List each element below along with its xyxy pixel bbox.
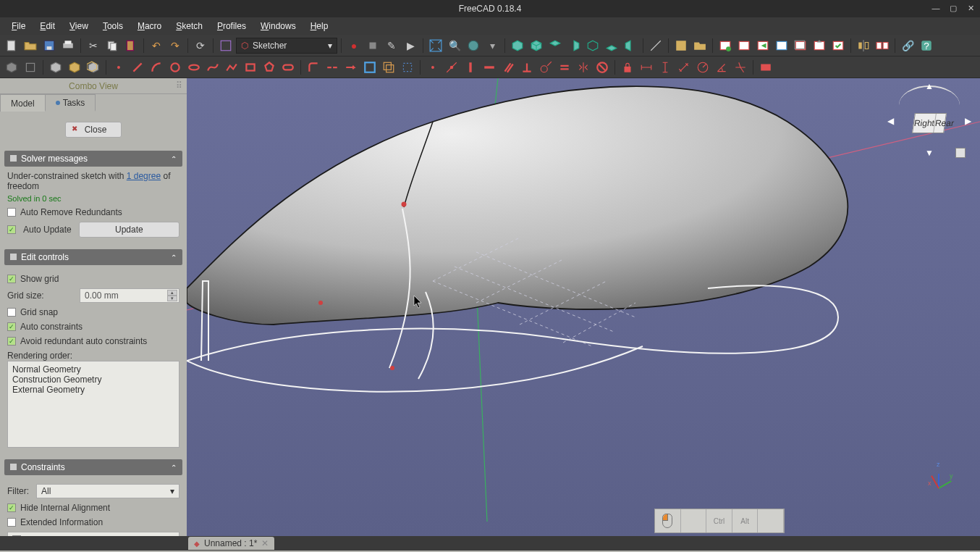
view-right-icon[interactable]: [565, 37, 583, 54]
redo-icon[interactable]: ↷: [166, 37, 184, 54]
part-icon[interactable]: [672, 37, 690, 54]
3d-viewport[interactable]: ▲ ◀ ▶ ▼ Right Rear z y x Ctrl Alt: [187, 78, 980, 536]
rendering-order-list[interactable]: Normal Geometry Construction Geometry Ex…: [7, 361, 179, 448]
macro-play-icon[interactable]: ▶: [402, 37, 419, 54]
zoom-fit-icon[interactable]: [427, 37, 444, 54]
hide-alignment-checkbox[interactable]: ✓: [7, 503, 16, 512]
navcube-face-rear[interactable]: Rear: [934, 114, 955, 133]
cut-icon[interactable]: ✂: [85, 37, 102, 54]
dof-link[interactable]: 1 degree: [127, 171, 161, 181]
constr-parallel-icon[interactable]: [499, 59, 517, 76]
auto-constraints-checkbox[interactable]: ✓: [7, 322, 16, 331]
sketch-edit-icon[interactable]: [735, 37, 753, 54]
spin-up-icon[interactable]: ▴: [167, 290, 177, 296]
view-bottom-icon[interactable]: [603, 37, 620, 54]
window-maximize-icon[interactable]: ▢: [948, 3, 958, 13]
menu-macro[interactable]: Macro: [130, 19, 169, 33]
grid-snap-checkbox[interactable]: [7, 308, 16, 317]
constr-coincident-icon[interactable]: •: [424, 59, 442, 76]
sketch-conic-icon[interactable]: [185, 59, 203, 76]
sketch-validate-icon[interactable]: [829, 37, 847, 54]
navcube-right-icon[interactable]: ▶: [965, 116, 971, 126]
sketch-bspline-icon[interactable]: [204, 59, 221, 76]
external-geom-icon[interactable]: [361, 59, 379, 76]
constr-equal-icon[interactable]: [556, 59, 573, 76]
new-file-icon[interactable]: [3, 37, 20, 54]
constr-perpendicular-icon[interactable]: [518, 59, 536, 76]
menu-profiles[interactable]: Profiles: [210, 19, 253, 33]
navcube-down-icon[interactable]: ▼: [925, 148, 934, 158]
extend-icon[interactable]: [342, 59, 360, 76]
draw-style-dropdown-icon[interactable]: ▾: [483, 37, 501, 54]
toggle-driving-icon[interactable]: [757, 59, 774, 76]
constr-dist-icon[interactable]: [675, 59, 693, 76]
sketch-polyline-icon[interactable]: [223, 59, 240, 76]
sketch-merge-icon[interactable]: [874, 37, 891, 54]
sketch-point-icon[interactable]: •: [110, 59, 127, 76]
constr-snell-icon[interactable]: [732, 59, 749, 76]
update-button[interactable]: Update: [79, 222, 179, 238]
spin-down-icon[interactable]: ▾: [167, 296, 177, 301]
sketch-circle-icon[interactable]: [166, 59, 184, 76]
navcube-left-icon[interactable]: ◀: [887, 116, 894, 126]
save-file-icon[interactable]: [41, 37, 58, 54]
macro-edit-icon[interactable]: ✎: [383, 37, 400, 54]
zoom-selection-icon[interactable]: 🔍: [446, 37, 463, 54]
constraint-item-1[interactable]: ✓ Constraint1: [7, 532, 179, 536]
close-button[interactable]: Close: [65, 122, 122, 138]
macro-stop-icon[interactable]: [364, 37, 381, 54]
open-file-icon[interactable]: [22, 37, 39, 54]
paste-icon[interactable]: [122, 37, 140, 54]
undo-icon[interactable]: ↶: [148, 37, 165, 54]
group-icon[interactable]: [691, 37, 709, 54]
link-icon[interactable]: 🔗: [899, 37, 916, 54]
filter-select[interactable]: All ▾: [36, 484, 179, 498]
menu-edit[interactable]: Edit: [33, 19, 62, 33]
navigation-cube[interactable]: ▲ ◀ ▶ ▼ Right Rear: [893, 85, 966, 158]
constr-angle-icon[interactable]: [713, 59, 730, 76]
box2-icon[interactable]: [66, 59, 83, 76]
sketch-create-icon[interactable]: [717, 37, 734, 54]
copy-icon[interactable]: [104, 37, 121, 54]
menu-sketch[interactable]: Sketch: [169, 19, 210, 33]
constr-symmetric-icon[interactable]: [575, 59, 592, 76]
trim-icon[interactable]: [324, 59, 341, 76]
avoid-redundant-checkbox[interactable]: ✓: [7, 337, 16, 346]
grid-size-input[interactable]: 0.00 mm ▴▾: [80, 288, 179, 303]
section-solver-header[interactable]: Solver messages ⌃: [4, 151, 182, 167]
section-constraints-header[interactable]: Constraints ⌃: [4, 459, 182, 475]
toggle-box-icon[interactable]: [22, 59, 39, 76]
sketch-line-icon[interactable]: [129, 59, 146, 76]
menu-help[interactable]: Help: [303, 19, 336, 33]
menu-file[interactable]: File: [4, 19, 33, 33]
navcube-menu-icon[interactable]: [955, 148, 966, 158]
draw-style-icon[interactable]: [465, 37, 482, 54]
box1-icon[interactable]: [47, 59, 64, 76]
box3-icon[interactable]: [85, 59, 102, 76]
carbon-copy-icon[interactable]: [380, 59, 397, 76]
fillet-icon[interactable]: [305, 59, 322, 76]
sketch-leave-icon[interactable]: [754, 37, 772, 54]
constr-pointonline-icon[interactable]: [443, 59, 460, 76]
print-icon[interactable]: [59, 37, 77, 54]
sketch-view-icon[interactable]: [773, 37, 790, 54]
tab-model[interactable]: Model: [0, 94, 46, 112]
view-left-icon[interactable]: [622, 37, 639, 54]
render-item-normal[interactable]: Normal Geometry: [12, 364, 174, 375]
constr-horizontal-icon[interactable]: [481, 59, 498, 76]
navcube-face-right[interactable]: Right: [913, 114, 937, 133]
menu-view[interactable]: View: [62, 19, 96, 33]
auto-remove-checkbox[interactable]: [7, 208, 16, 217]
view-rear-icon[interactable]: [584, 37, 601, 54]
measure-distance-icon[interactable]: [647, 37, 664, 54]
constr-block-icon[interactable]: [594, 59, 611, 76]
sketch-slot-icon[interactable]: [279, 59, 297, 76]
document-tab-unnamed[interactable]: ◆ Unnamed : 1* ✕: [188, 537, 274, 550]
help-icon[interactable]: ?: [918, 37, 935, 54]
menu-tools[interactable]: Tools: [96, 19, 130, 33]
section-edit-header[interactable]: Edit controls ⌃: [4, 249, 182, 265]
sketch-mirror-icon[interactable]: [855, 37, 872, 54]
sketch-arc-icon[interactable]: [148, 59, 165, 76]
render-item-external[interactable]: External Geometry: [12, 385, 174, 395]
constr-tangent-icon[interactable]: [537, 59, 554, 76]
